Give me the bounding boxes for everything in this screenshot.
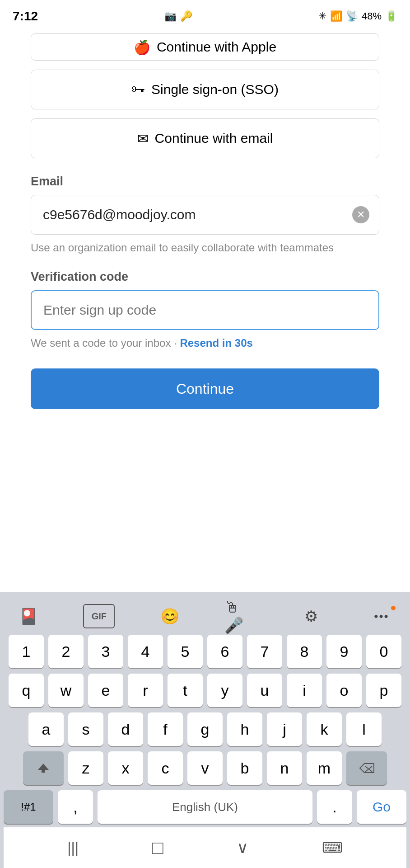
key-c[interactable]: c [148, 751, 183, 785]
keyboard-rows: 1 2 3 4 5 6 7 8 9 0 q w e r t y u i o p … [4, 635, 406, 827]
key-2[interactable]: 2 [48, 635, 84, 668]
key-w[interactable]: w [48, 674, 84, 707]
key-y[interactable]: y [207, 674, 242, 707]
cursor-mic-icon: 🖱🎤 [224, 599, 256, 634]
gif-label: GIF [92, 611, 107, 622]
email-button-label: Continue with email [155, 131, 273, 146]
wifi-icon: 📡 [346, 10, 358, 22]
key-5[interactable]: 5 [168, 635, 203, 668]
apple-icon: 🍎 [134, 39, 150, 55]
asdf-row: a s d f g h j k l [4, 712, 406, 746]
key-u[interactable]: u [247, 674, 282, 707]
key-i[interactable]: i [287, 674, 322, 707]
more-icon: ••• [374, 609, 389, 623]
sticker-icon: 🎴 [19, 607, 38, 625]
mic-toolbar-icon[interactable]: 🖱🎤 [224, 604, 256, 628]
bluetooth-icon: ✳ [318, 10, 326, 22]
key-l[interactable]: l [346, 712, 382, 746]
key-3[interactable]: 3 [88, 635, 123, 668]
key-4[interactable]: 4 [128, 635, 163, 668]
recents-nav-icon[interactable]: ∨ [237, 838, 248, 857]
main-content: 🍎 Continue with Apple 🗝 Single sign-on (… [0, 29, 410, 592]
status-bar: 7:12 📷 🔑 ✳ 📶 📡 48% 🔋 [0, 0, 410, 29]
key-e[interactable]: e [88, 674, 123, 707]
signal-icon: 📶 [330, 10, 342, 22]
bottom-row: !#1 , English (UK) . Go [4, 790, 406, 824]
form-area: Email ✕ Use an organization email to eas… [31, 175, 379, 409]
key-8[interactable]: 8 [287, 635, 322, 668]
go-key[interactable]: Go [357, 790, 406, 824]
keyboard-nav-icon[interactable]: ⌨ [322, 839, 343, 856]
status-icons-right: ✳ 📶 📡 48% 🔋 [318, 10, 397, 22]
verification-helper-text: We sent a code to your inbox · Resend in… [31, 335, 379, 351]
verification-input[interactable] [31, 290, 379, 330]
verification-input-wrapper [31, 290, 379, 330]
key-sso-icon: 🗝 [131, 82, 145, 97]
key-d[interactable]: d [108, 712, 143, 746]
key-0[interactable]: 0 [366, 635, 401, 668]
apple-button-label: Continue with Apple [157, 39, 276, 55]
key-m[interactable]: m [307, 751, 342, 785]
nav-bar: ||| □ ∨ ⌨ [4, 827, 406, 868]
status-time: 7:12 [13, 9, 38, 24]
email-input-wrapper: ✕ [31, 195, 379, 235]
space-key[interactable]: English (UK) [98, 790, 312, 824]
key-1[interactable]: 1 [9, 635, 44, 668]
backspace-key[interactable] [346, 751, 387, 785]
home-nav-icon[interactable]: □ [152, 837, 163, 859]
period-key[interactable]: . [317, 790, 352, 824]
gif-toolbar-icon[interactable]: GIF [83, 604, 115, 628]
symbols-key[interactable]: !#1 [4, 790, 53, 824]
key-p[interactable]: p [366, 674, 401, 707]
key-b[interactable]: b [227, 751, 262, 785]
emoji-toolbar-icon[interactable]: 😊 [154, 604, 186, 628]
battery-level: 48% [362, 10, 382, 22]
continue-button[interactable]: Continue [31, 368, 379, 409]
key-f[interactable]: f [148, 712, 183, 746]
clear-icon: ✕ [357, 209, 365, 221]
key-g[interactable]: g [187, 712, 223, 746]
gear-icon: ⚙ [304, 607, 318, 625]
key-a[interactable]: a [28, 712, 64, 746]
settings-toolbar-icon[interactable]: ⚙ [295, 604, 327, 628]
qwerty-row: q w e r t y u i o p [4, 674, 406, 707]
back-nav-icon[interactable]: ||| [67, 840, 79, 856]
comma-key[interactable]: , [58, 790, 93, 824]
email-clear-button[interactable]: ✕ [352, 206, 369, 223]
notification-dot [391, 606, 396, 610]
key-7[interactable]: 7 [247, 635, 282, 668]
email-field-label: Email [31, 175, 379, 189]
key-n[interactable]: n [267, 751, 302, 785]
more-toolbar-icon[interactable]: ••• [366, 604, 397, 628]
sso-button-label: Single sign-on (SSO) [151, 82, 279, 97]
continue-with-apple-button[interactable]: 🍎 Continue with Apple [31, 33, 379, 61]
email-helper-text: Use an organization email to easily coll… [31, 240, 379, 255]
key-k[interactable]: k [307, 712, 342, 746]
key-j[interactable]: j [267, 712, 302, 746]
battery-icon: 🔋 [385, 10, 397, 22]
key-6[interactable]: 6 [207, 635, 242, 668]
key-icon: 🔑 [180, 10, 192, 22]
key-q[interactable]: q [9, 674, 44, 707]
key-x[interactable]: x [108, 751, 143, 785]
email-input[interactable] [31, 195, 379, 235]
resend-link[interactable]: Resend in 30s [180, 337, 252, 349]
key-s[interactable]: s [68, 712, 103, 746]
sso-button[interactable]: 🗝 Single sign-on (SSO) [31, 70, 379, 109]
keyboard-toolbar: 🎴 GIF 😊 🖱🎤 ⚙ ••• [4, 599, 406, 635]
key-r[interactable]: r [128, 674, 163, 707]
email-icon: ✉ [137, 131, 149, 146]
continue-with-email-button[interactable]: ✉ Continue with email [31, 118, 379, 158]
status-icons-left: 📷 🔑 [164, 10, 192, 22]
shift-key[interactable] [23, 751, 64, 785]
key-v[interactable]: v [187, 751, 223, 785]
key-9[interactable]: 9 [326, 635, 362, 668]
verification-label: Verification code [31, 270, 379, 284]
sticker-toolbar-icon[interactable]: 🎴 [13, 604, 44, 628]
key-t[interactable]: t [168, 674, 203, 707]
key-h[interactable]: h [227, 712, 262, 746]
zxcv-row: z x c v b n m [4, 751, 406, 785]
key-z[interactable]: z [68, 751, 103, 785]
camera-icon: 📷 [164, 10, 177, 22]
key-o[interactable]: o [326, 674, 362, 707]
